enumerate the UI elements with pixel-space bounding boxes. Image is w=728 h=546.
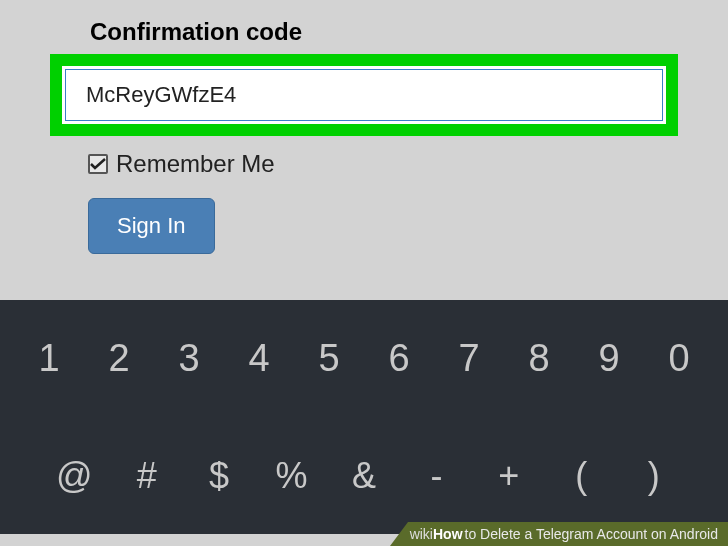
key-hash[interactable]: # [110, 455, 182, 497]
remember-me-label: Remember Me [116, 150, 275, 178]
sign-in-button[interactable]: Sign In [88, 198, 215, 254]
key-at[interactable]: @ [38, 455, 110, 497]
key-rparen[interactable]: ) [618, 455, 690, 497]
key-4[interactable]: 4 [224, 337, 294, 380]
key-5[interactable]: 5 [294, 337, 364, 380]
key-percent[interactable]: % [255, 455, 327, 497]
banner-body: wikiHow to Delete a Telegram Account on … [408, 522, 728, 546]
key-2[interactable]: 2 [84, 337, 154, 380]
key-lparen[interactable]: ( [545, 455, 617, 497]
key-8[interactable]: 8 [504, 337, 574, 380]
remember-me-row: Remember Me [88, 150, 678, 178]
key-3[interactable]: 3 [154, 337, 224, 380]
checkmark-icon [90, 157, 106, 171]
form-area: Confirmation code Remember Me Sign In [0, 0, 728, 254]
confirmation-code-input[interactable] [68, 72, 660, 118]
key-minus[interactable]: - [400, 455, 472, 497]
banner-slant [390, 522, 408, 546]
input-border [65, 69, 663, 121]
banner-brand-wiki: wiki [410, 526, 433, 542]
key-7[interactable]: 7 [434, 337, 504, 380]
key-0[interactable]: 0 [644, 337, 714, 380]
confirmation-code-label: Confirmation code [90, 18, 678, 46]
banner-text: to Delete a Telegram Account on Android [465, 526, 718, 542]
input-highlight-frame [50, 54, 678, 136]
wikihow-banner: wikiHow to Delete a Telegram Account on … [390, 522, 728, 546]
key-plus[interactable]: + [473, 455, 545, 497]
key-1[interactable]: 1 [14, 337, 84, 380]
keyboard-number-row: 1 2 3 4 5 6 7 8 9 0 [0, 300, 728, 417]
remember-me-checkbox[interactable] [88, 154, 108, 174]
keyboard-symbol-row: @ # $ % & - + ( ) [0, 417, 728, 534]
key-6[interactable]: 6 [364, 337, 434, 380]
key-9[interactable]: 9 [574, 337, 644, 380]
on-screen-keyboard: 1 2 3 4 5 6 7 8 9 0 @ # $ % & - + ( ) [0, 300, 728, 534]
key-dollar[interactable]: $ [183, 455, 255, 497]
banner-brand-how: How [433, 526, 463, 542]
key-ampersand[interactable]: & [328, 455, 400, 497]
